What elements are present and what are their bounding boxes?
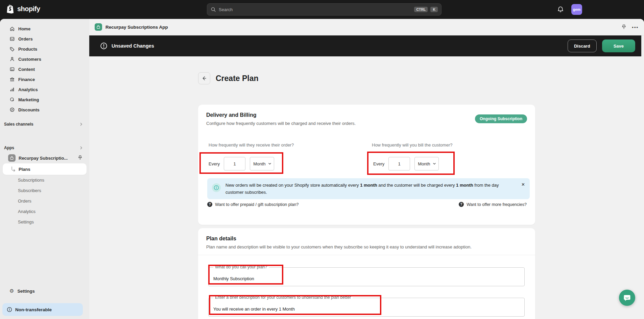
card-title: Delivery and Billing xyxy=(206,112,256,118)
recurpay-app-icon xyxy=(95,23,102,31)
sidebar-item-marketing[interactable]: Marketing xyxy=(3,95,87,105)
close-icon[interactable]: ✕ xyxy=(521,182,525,199)
card-title: Plan details xyxy=(206,236,236,242)
non-transferable-badge[interactable]: Non-transferable xyxy=(2,303,83,316)
every-label: Every xyxy=(373,161,384,166)
pin-icon[interactable] xyxy=(78,155,82,161)
elbow-arrow-icon xyxy=(11,166,16,172)
sidebar-item-customers[interactable]: Customers xyxy=(3,54,87,64)
sidebar-item-label: Discounts xyxy=(18,107,40,112)
sidebar-item-app-orders[interactable]: Orders xyxy=(3,196,87,206)
billing-unit-select[interactable]: Month xyxy=(414,157,439,170)
kbd-ctrl: CTRL xyxy=(414,7,428,12)
marketing-icon xyxy=(9,97,15,102)
back-button[interactable] xyxy=(198,72,210,84)
ongoing-subscription-badge: Ongoing Subscription xyxy=(475,114,527,123)
sidebar-item-label: Finance xyxy=(18,77,35,82)
sidebar-item-app-analytics[interactable]: Analytics xyxy=(3,206,87,217)
main-content: Recurpay Subscriptions App ••• Unsaved C… xyxy=(89,19,644,319)
analytics-bars-icon xyxy=(9,87,15,92)
sidebar-item-label: Home xyxy=(18,26,30,31)
sidebar-item-label: Products xyxy=(18,47,37,52)
sidebar-item-subscriptions[interactable]: Subscriptions xyxy=(3,175,87,185)
info-icon xyxy=(7,307,12,312)
billing-frequency-question: How frequently will you bill the custome… xyxy=(372,142,452,148)
alert-circle-icon xyxy=(100,42,108,50)
more-options-icon[interactable]: ••• xyxy=(632,25,639,30)
shopify-bag-icon xyxy=(7,4,15,14)
sidebar-item-content[interactable]: Content xyxy=(3,64,87,74)
sidebar-item-products[interactable]: Products xyxy=(3,44,87,54)
sidebar: Home Orders Products Customers Content F… xyxy=(0,19,89,319)
sidebar-section-apps[interactable]: Apps xyxy=(3,143,87,153)
plan-name-label: What do you call your plan? xyxy=(213,265,269,269)
sidebar-item-analytics[interactable]: Analytics xyxy=(3,84,87,95)
card-subtitle: Configure how frequently customers will … xyxy=(206,121,356,126)
search-input[interactable] xyxy=(219,7,411,12)
customers-icon xyxy=(9,56,15,62)
billing-interval-input[interactable] xyxy=(388,157,410,170)
sidebar-item-label: Marketing xyxy=(18,97,39,102)
card-subtitle: Plan name and description will be visibl… xyxy=(206,244,472,249)
sidebar-item-label: Analytics xyxy=(18,87,38,92)
plan-name-input[interactable] xyxy=(213,273,520,284)
sidebar-item-settings[interactable]: ⚙ Settings xyxy=(3,286,87,296)
sidebar-item-app-settings[interactable]: Settings xyxy=(3,217,87,227)
save-button[interactable]: Save xyxy=(602,39,635,52)
pin-icon[interactable] xyxy=(621,24,626,30)
shopify-logo[interactable]: shopify xyxy=(7,4,40,14)
sidebar-item-home[interactable]: Home xyxy=(3,24,87,34)
question-icon: ? xyxy=(207,202,212,207)
notifications-bell-icon[interactable] xyxy=(557,6,565,14)
info-banner: New orders will be created on your Shopi… xyxy=(207,178,530,199)
more-frequencies-link[interactable]: ? Want to offer more frequencies? xyxy=(459,202,527,207)
app-header-title: Recurpay Subscriptions App xyxy=(105,25,168,30)
chat-widget-button[interactable] xyxy=(619,290,635,306)
chevron-down-icon xyxy=(433,162,436,165)
sidebar-item-plans[interactable]: Plans xyxy=(3,163,87,175)
discard-button[interactable]: Discard xyxy=(568,39,597,52)
unsaved-changes-label: Unsaved Changes xyxy=(112,43,154,49)
plan-name-field: What do you call your plan? xyxy=(208,267,525,286)
content-icon xyxy=(9,67,15,72)
sidebar-section-sales-channels[interactable]: Sales channels xyxy=(3,119,87,129)
order-frequency-question: How frequently will they receive their o… xyxy=(209,142,294,148)
plan-details-card: Plan details Plan name and description w… xyxy=(198,228,535,319)
search-icon xyxy=(211,7,216,12)
every-label: Every xyxy=(209,161,220,166)
gear-icon: ⚙ xyxy=(9,289,14,294)
sidebar-item-recurpay-app[interactable]: Recurpay Subscriptio... xyxy=(3,153,87,163)
sidebar-item-label: Customers xyxy=(18,57,41,62)
user-avatar[interactable]: gem xyxy=(571,4,582,15)
chevron-right-icon xyxy=(79,146,83,150)
sidebar-item-discounts[interactable]: Discounts xyxy=(3,105,87,115)
plan-description-field: Enter a brief description for your custo… xyxy=(208,298,525,317)
chevron-right-icon xyxy=(79,122,83,126)
prepaid-gift-link[interactable]: ? Want to offer prepaid / gift subscript… xyxy=(207,202,299,207)
plan-description-input[interactable] xyxy=(213,303,520,314)
search-bar[interactable]: CTRL K xyxy=(207,3,442,16)
brand-wordmark: shopify xyxy=(17,5,40,13)
order-unit-select[interactable]: Month xyxy=(250,157,274,170)
recurpay-app-icon xyxy=(8,154,16,162)
finance-bank-icon xyxy=(9,77,15,82)
unsaved-changes-bar: Unsaved Changes Discard Save xyxy=(89,35,641,56)
app-frame: Home Orders Products Customers Content F… xyxy=(0,19,644,319)
sidebar-item-finance[interactable]: Finance xyxy=(3,74,87,84)
home-icon xyxy=(9,26,15,31)
sidebar-item-label: Orders xyxy=(18,36,33,42)
info-icon xyxy=(212,183,221,192)
app-header: Recurpay Subscriptions App ••• xyxy=(89,19,644,35)
plan-description-label: Enter a brief description for your custo… xyxy=(213,295,353,300)
sidebar-item-orders[interactable]: Orders xyxy=(3,34,87,44)
topbar: shopify CTRL K gem xyxy=(0,0,644,19)
orders-icon xyxy=(9,36,15,42)
order-interval-input[interactable] xyxy=(224,157,245,170)
delivery-billing-card: Delivery and Billing Configure how frequ… xyxy=(198,105,535,225)
sidebar-item-label: Content xyxy=(18,67,35,72)
chevron-down-icon xyxy=(268,162,271,165)
sidebar-item-subscribers[interactable]: Subscribers xyxy=(3,185,87,196)
divider xyxy=(198,255,535,255)
info-banner-text: New orders will be created on your Shopi… xyxy=(225,182,509,199)
kbd-k: K xyxy=(430,7,438,12)
